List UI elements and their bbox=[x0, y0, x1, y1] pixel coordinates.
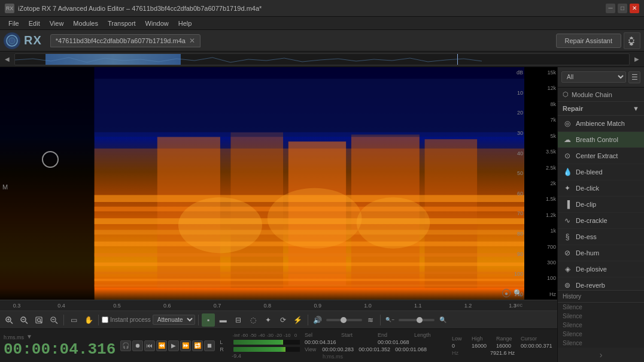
window-title: iZotope RX 7 Advanced Audio Editor – 476… bbox=[18, 5, 606, 12]
nav-left-button[interactable]: ◀ bbox=[2, 55, 12, 64]
play-forward-button[interactable]: ⏩ bbox=[180, 340, 191, 351]
module-item-de-plosive[interactable]: ◈ De-plosive bbox=[558, 261, 644, 277]
close-button[interactable]: ✕ bbox=[630, 4, 639, 13]
minimize-button[interactable]: ─ bbox=[606, 4, 615, 13]
spectrogram-view-button[interactable]: ▪ bbox=[202, 313, 215, 327]
headphones-button[interactable]: 🎧 bbox=[120, 340, 131, 351]
maximize-button[interactable]: □ bbox=[618, 4, 627, 13]
module-item-de-clip[interactable]: ▐ De-clip bbox=[558, 197, 644, 213]
history-item-2[interactable]: Silence bbox=[558, 321, 644, 330]
zoom-slider-thumb[interactable] bbox=[417, 317, 423, 323]
module-label-de-crackle: De-crackle bbox=[576, 217, 607, 224]
meter-10: -10 bbox=[283, 333, 291, 338]
menu-window[interactable]: Window bbox=[141, 19, 174, 28]
expand-arrow-button[interactable]: › bbox=[558, 348, 644, 362]
separator-3 bbox=[198, 315, 199, 325]
zoom-slider[interactable] bbox=[399, 319, 435, 321]
history-item-0[interactable]: Silence bbox=[558, 303, 644, 312]
menu-transport[interactable]: Transport bbox=[103, 19, 141, 28]
instant-process-label[interactable]: Instant process bbox=[102, 316, 151, 323]
history-item-4[interactable]: Silence bbox=[558, 339, 644, 348]
selection-tool-button[interactable]: ▭ bbox=[67, 313, 80, 327]
file-tab[interactable]: *47611bd3bf4cc2dfab0b7a6077b1719d.m4a ✕ bbox=[50, 34, 201, 47]
module-item-de-bleed[interactable]: 💧 De-bleed bbox=[558, 164, 644, 180]
repair-header[interactable]: Repair ▼ bbox=[558, 102, 644, 115]
zoom-out-small-button[interactable]: 🔍− bbox=[384, 313, 397, 327]
separator-4 bbox=[308, 315, 308, 325]
module-item-ambience-match[interactable]: ◎ Ambience Match bbox=[558, 116, 644, 132]
repair-assistant-button[interactable]: Repair Assistant bbox=[556, 34, 621, 48]
timecode-settings-icon[interactable]: ▼ bbox=[26, 333, 32, 340]
rewind-button[interactable]: ⏮ bbox=[144, 340, 155, 351]
module-item-de-crackle[interactable]: ∿ De-crackle bbox=[558, 213, 644, 229]
nav-waveform[interactable] bbox=[14, 53, 630, 65]
settings-button[interactable] bbox=[624, 32, 640, 49]
meter-bar-left bbox=[233, 340, 300, 345]
waveform-toggle-button[interactable]: ≋ bbox=[364, 313, 377, 327]
module-item-center-extract[interactable]: ⊙ Center Extract bbox=[558, 148, 644, 164]
module-item-de-hum[interactable]: ⊘ De-hum bbox=[558, 245, 644, 261]
svg-rect-18 bbox=[95, 263, 524, 266]
module-item-de-click[interactable]: ✦ De-click bbox=[558, 180, 644, 197]
meter-bar-right bbox=[233, 347, 300, 352]
harmonic-brush-button[interactable]: ⚡ bbox=[291, 313, 305, 327]
module-item-de-reverb[interactable]: ⊚ De-reverb bbox=[558, 277, 644, 290]
spectrogram-panel: M dB 10 20 30 40 50 60 70 80 90 100 110 bbox=[0, 67, 557, 362]
svg-point-25 bbox=[268, 188, 362, 249]
zoom-reset-button[interactable] bbox=[47, 313, 60, 327]
stop-button[interactable]: ⏹ bbox=[204, 340, 215, 351]
spectrogram-container[interactable]: M dB 10 20 30 40 50 60 70 80 90 100 110 bbox=[0, 67, 557, 300]
play-back-button[interactable]: ⏪ bbox=[156, 340, 167, 351]
view-length-value: 00:00:01.068 bbox=[395, 346, 428, 352]
zoom-in-small-button[interactable]: 🔍 bbox=[436, 313, 449, 327]
module-item-de-ess[interactable]: § De-ess bbox=[558, 229, 644, 245]
zoom-fit-button[interactable] bbox=[32, 313, 45, 327]
tick-0-6: 0.6 bbox=[163, 303, 171, 309]
hand-tool-button[interactable]: ✋ bbox=[82, 313, 95, 327]
cursor-time-value: 00:00:00.371 bbox=[521, 343, 554, 349]
nav-right-button[interactable]: ▶ bbox=[632, 55, 642, 64]
magic-wand-button[interactable]: ✦ bbox=[262, 313, 275, 327]
tick-0-9: 0.9 bbox=[314, 303, 321, 309]
waveform-view-button[interactable]: ▬ bbox=[217, 313, 230, 327]
close-tab-button[interactable]: ✕ bbox=[189, 37, 195, 45]
instant-process-checkbox[interactable] bbox=[102, 316, 108, 323]
module-filter-select[interactable]: All bbox=[561, 71, 626, 83]
volume-slider-thumb[interactable] bbox=[341, 317, 347, 323]
module-label-de-clip: De-clip bbox=[576, 201, 596, 208]
high-value: 16000 bbox=[472, 343, 494, 349]
tick-1-2: 1.2 bbox=[464, 303, 472, 309]
bottom-toolbar: ▭ ✋ Instant process Attenuate ▪ ▬ ⊟ ◌ ✦ … bbox=[0, 310, 557, 328]
zoom-to-selection-icon[interactable]: 🔍 bbox=[514, 289, 523, 297]
meter-40: -40 bbox=[257, 333, 266, 338]
history-item-3[interactable]: Silence bbox=[558, 330, 644, 339]
module-chain-row[interactable]: ⬡ Module Chain bbox=[558, 88, 644, 102]
right-panel-header: All ☰ bbox=[558, 67, 644, 88]
loop-playback-icon[interactable]: ● bbox=[502, 289, 511, 297]
meter-bar-container: L bbox=[220, 339, 300, 345]
menu-view[interactable]: View bbox=[45, 19, 69, 28]
filter-button[interactable]: ☰ bbox=[628, 71, 640, 83]
module-item-breath-control[interactable]: ☁ Breath Control bbox=[558, 132, 644, 148]
zoom-in-button[interactable] bbox=[2, 313, 16, 327]
menu-help[interactable]: Help bbox=[174, 19, 197, 28]
play-button[interactable]: ▶ bbox=[168, 340, 179, 351]
lasso-tool-button[interactable]: ◌ bbox=[247, 313, 260, 327]
menu-file[interactable]: File bbox=[4, 19, 24, 28]
menu-modules[interactable]: Modules bbox=[68, 19, 103, 28]
time-ruler: 0.3 0.4 0.5 0.6 0.7 0.8 0.9 1.0 1.1 1.2 … bbox=[0, 300, 557, 310]
transport-row1: 🎧 ⏺ ⏮ ⏪ ▶ ⏩ 🔁 ⏹ bbox=[120, 340, 215, 351]
history-panel: History SilenceSilenceSilenceSilenceSile… bbox=[558, 290, 644, 348]
meter-fill-left bbox=[283, 340, 300, 345]
level-meter: -Inf -60 -50 -40 -30 -20 -10 0 L bbox=[220, 334, 300, 358]
combined-view-button[interactable]: ⊟ bbox=[232, 313, 245, 327]
record-button[interactable]: ⏺ bbox=[132, 340, 143, 351]
history-item-1[interactable]: Silence bbox=[558, 312, 644, 321]
volume-slider[interactable] bbox=[326, 319, 362, 321]
brush-tool-button[interactable]: ⟳ bbox=[277, 313, 290, 327]
attenuate-select[interactable]: Attenuate bbox=[153, 315, 195, 325]
loop-button[interactable]: 🔁 bbox=[192, 340, 203, 351]
tick-0-4: 0.4 bbox=[57, 303, 65, 309]
menu-edit[interactable]: Edit bbox=[24, 19, 45, 28]
zoom-out-button[interactable] bbox=[17, 313, 31, 327]
